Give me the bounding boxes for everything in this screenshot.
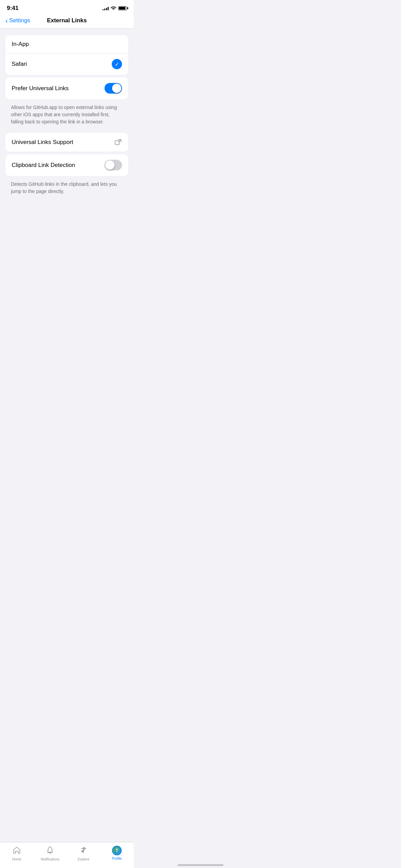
signal-icon (102, 6, 109, 10)
back-label: Settings (9, 17, 30, 24)
prefer-universal-links-row[interactable]: Prefer Universal Links (5, 77, 128, 99)
clipboard-link-detection-card: Clipboard Link Detection (5, 154, 128, 176)
prefer-universal-links-label: Prefer Universal Links (12, 85, 69, 92)
page-title: External Links (47, 17, 87, 24)
in-app-label: In-App (12, 41, 29, 48)
status-bar: 9:41 (0, 0, 134, 14)
svg-rect-0 (115, 141, 119, 145)
wifi-icon (111, 6, 116, 11)
safari-row[interactable]: Safari ✓ (5, 53, 128, 75)
universal-links-support-card[interactable]: Universal Links Support (5, 133, 128, 152)
back-button[interactable]: ‹ Settings (5, 17, 30, 24)
clipboard-link-detection-label: Clipboard Link Detection (12, 162, 75, 169)
clipboard-link-detection-row[interactable]: Clipboard Link Detection (5, 154, 128, 176)
universal-links-support-label: Universal Links Support (12, 139, 73, 146)
battery-icon (118, 6, 127, 10)
status-time: 9:41 (7, 5, 19, 12)
status-icons (102, 6, 127, 11)
nav-bar: ‹ Settings External Links (0, 14, 134, 28)
prefer-universal-links-toggle[interactable] (105, 83, 122, 94)
browser-choice-card: In-App Safari ✓ (5, 35, 128, 75)
universal-links-description: Allows for GitHub.app to open external l… (5, 102, 128, 130)
main-content: In-App Safari ✓ Prefer Universal Links A… (0, 28, 134, 207)
clipboard-link-detection-toggle[interactable] (105, 160, 122, 170)
universal-links-card: Prefer Universal Links (5, 77, 128, 99)
back-chevron-icon: ‹ (5, 17, 8, 24)
clipboard-link-detection-description: Detects GitHub links in the clipboard, a… (5, 179, 128, 200)
external-link-icon (114, 138, 122, 146)
universal-links-support-row[interactable]: Universal Links Support (5, 133, 128, 152)
safari-selected-icon: ✓ (112, 59, 122, 69)
in-app-row[interactable]: In-App (5, 35, 128, 53)
safari-label: Safari (12, 61, 27, 68)
